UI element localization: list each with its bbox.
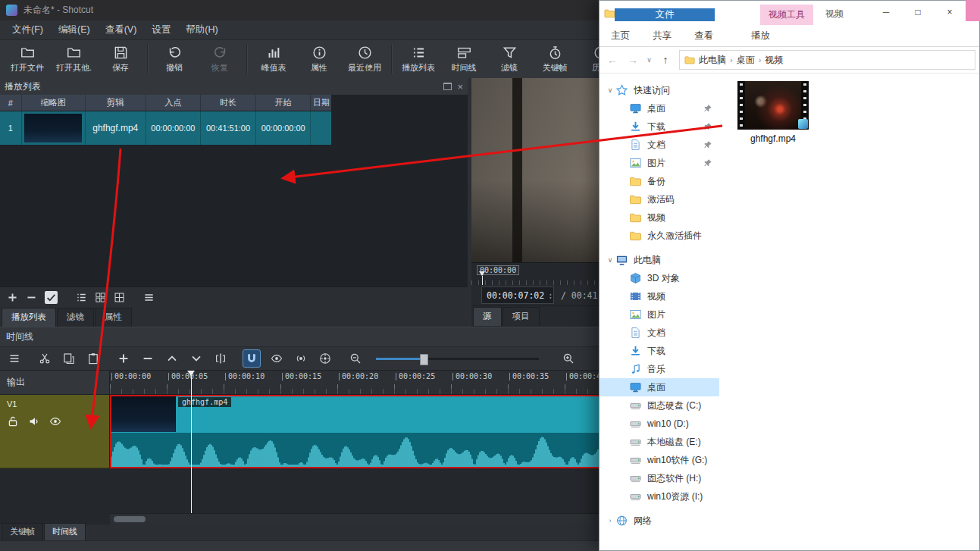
toolbar-button-properties[interactable]: 属性 bbox=[296, 44, 342, 75]
tab-project[interactable]: 项目 bbox=[503, 307, 540, 326]
timeline-copy-button[interactable] bbox=[61, 350, 77, 367]
col-in-point[interactable]: 入点 bbox=[146, 95, 201, 111]
timeline-split-button[interactable] bbox=[212, 350, 229, 367]
timeline-lift-button[interactable] bbox=[164, 350, 180, 367]
col-index[interactable]: # bbox=[0, 95, 22, 111]
playlist-view-icons-button[interactable] bbox=[114, 292, 125, 303]
expander-icon[interactable]: ∨ bbox=[606, 256, 615, 264]
tab-playlist[interactable]: 播放列表 bbox=[2, 308, 56, 327]
sidebar-item-12[interactable]: 图片 bbox=[600, 305, 719, 324]
toolbar-button-save[interactable]: 保存 bbox=[98, 44, 143, 75]
toolbar-button-keyframes[interactable]: 关键帧 bbox=[532, 44, 578, 75]
qat-folder-icon[interactable] bbox=[604, 8, 615, 19]
playlist-view-details-button[interactable] bbox=[76, 292, 87, 303]
sidebar-item-16[interactable]: 桌面 bbox=[600, 378, 719, 396]
timeline-zoom-in-button[interactable] bbox=[560, 350, 577, 367]
scrollbar-handle[interactable] bbox=[114, 516, 146, 522]
toolbar-button-open-file[interactable]: 打开文件 bbox=[5, 44, 50, 75]
sidebar-item-10[interactable]: 3D 对象 bbox=[600, 269, 719, 287]
toolbar-button-recent[interactable]: 最近使用 bbox=[342, 44, 387, 75]
col-thumbnail[interactable]: 缩略图 bbox=[22, 95, 86, 111]
tab-properties[interactable]: 属性 bbox=[95, 308, 132, 327]
time-spinner[interactable]: ▴▾ bbox=[549, 287, 552, 303]
timeline-zoom-out-button[interactable] bbox=[347, 350, 364, 367]
timeline-overwrite-button[interactable] bbox=[188, 350, 205, 367]
timeline-ripple-button[interactable] bbox=[293, 350, 309, 367]
timeline-snap-button[interactable] bbox=[243, 349, 261, 368]
timeline-scrub-while-dragging-button[interactable] bbox=[268, 350, 285, 367]
tab-view[interactable]: 查看 bbox=[683, 25, 725, 46]
expander-icon[interactable]: ∨ bbox=[606, 86, 615, 94]
sidebar-item-14[interactable]: 下载 bbox=[600, 342, 719, 360]
contextual-tab-group[interactable]: 视频工具 bbox=[760, 5, 813, 25]
sidebar-item-0[interactable]: ∨快速访问 bbox=[600, 81, 719, 99]
timeline-zoom-slider[interactable] bbox=[376, 352, 539, 365]
sidebar-item-2[interactable]: 下载 bbox=[600, 117, 719, 136]
file-item[interactable]: ghfhgf.mp4 bbox=[734, 81, 812, 144]
breadcrumb-videos[interactable]: 视频 bbox=[765, 54, 783, 67]
col-start[interactable]: 开始 bbox=[256, 95, 311, 111]
col-date[interactable]: 日期 bbox=[311, 95, 331, 111]
timeline-ripple-delete-button[interactable] bbox=[139, 350, 156, 367]
close-button[interactable]: × bbox=[934, 1, 966, 23]
sidebar-item-1[interactable]: 桌面 bbox=[600, 99, 719, 117]
sidebar-item-23[interactable]: ›网络 bbox=[600, 512, 719, 530]
current-time-field[interactable]: 00:00:07:02 ▴▾ bbox=[481, 286, 554, 304]
sidebar-item-3[interactable]: 文档 bbox=[600, 136, 719, 154]
playlist-menu-button[interactable] bbox=[143, 292, 155, 303]
playlist-add-button[interactable] bbox=[7, 292, 18, 303]
tab-keyframes[interactable]: 关键帧 bbox=[2, 523, 43, 540]
sidebar-item-21[interactable]: 固态软件 (H:) bbox=[600, 469, 719, 487]
sidebar-item-15[interactable]: 音乐 bbox=[600, 360, 719, 378]
sidebar-item-5[interactable]: 备份 bbox=[600, 172, 719, 190]
recent-locations-dropdown[interactable]: ∨ bbox=[644, 56, 654, 64]
track-mute-icon[interactable] bbox=[28, 415, 40, 427]
maximize-button[interactable]: □ bbox=[902, 1, 934, 23]
zoom-slider-handle[interactable] bbox=[420, 354, 428, 365]
timeline-cut-button[interactable] bbox=[36, 350, 53, 367]
back-button[interactable]: ← bbox=[603, 54, 622, 66]
tab-filters[interactable]: 滤镜 bbox=[57, 308, 94, 327]
toolbar-button-redo[interactable]: 恢复 bbox=[197, 44, 243, 75]
breadcrumb-this-pc[interactable]: 此电脑 bbox=[699, 54, 726, 67]
sidebar-item-19[interactable]: 本地磁盘 (E:) bbox=[600, 433, 719, 451]
scrubber-playhead[interactable] bbox=[482, 276, 483, 285]
col-clip[interactable]: 剪辑 bbox=[86, 95, 146, 111]
tab-home[interactable]: 主页 bbox=[600, 25, 641, 46]
toolbar-button-timeline[interactable]: 时间线 bbox=[441, 44, 487, 75]
menu-file[interactable]: 文件(F) bbox=[5, 21, 51, 39]
timeline-paste-button[interactable] bbox=[85, 350, 102, 367]
breadcrumb-desktop[interactable]: 桌面 bbox=[737, 54, 755, 67]
tab-play[interactable]: 播放 bbox=[740, 25, 781, 46]
tab-file[interactable]: 文件 bbox=[615, 8, 715, 21]
tab-timeline[interactable]: 时间线 bbox=[44, 523, 86, 540]
sidebar-item-7[interactable]: 视频 bbox=[600, 208, 719, 227]
track-lock-icon[interactable] bbox=[7, 415, 19, 427]
playlist-view-tiles-button[interactable] bbox=[95, 292, 106, 303]
playlist-row[interactable]: 1 ghfhgf.mp4 00:00:00:00 00:41:51:00 00:… bbox=[0, 111, 331, 145]
sidebar-item-9[interactable]: ∨此电脑 bbox=[600, 251, 719, 269]
sidebar-item-6[interactable]: 激活码 bbox=[600, 190, 719, 208]
forward-button[interactable]: → bbox=[624, 54, 642, 66]
menu-help[interactable]: 帮助(H) bbox=[178, 21, 225, 39]
expander-icon[interactable]: › bbox=[606, 517, 615, 524]
address-bar[interactable]: 此电脑 › 桌面 › 视频 bbox=[679, 50, 975, 70]
menu-settings[interactable]: 设置 bbox=[144, 21, 178, 39]
sidebar-item-8[interactable]: 永久激活插件 bbox=[600, 227, 719, 245]
track-hide-icon[interactable] bbox=[49, 415, 61, 427]
timeline-playhead[interactable] bbox=[191, 371, 192, 513]
sidebar-item-4[interactable]: 图片 bbox=[600, 154, 719, 172]
col-duration[interactable]: 时长 bbox=[201, 95, 256, 111]
close-panel-icon[interactable]: × bbox=[457, 82, 463, 92]
sidebar-item-22[interactable]: win10资源 (I:) bbox=[600, 487, 719, 506]
sidebar-item-18[interactable]: win10 (D:) bbox=[600, 415, 719, 433]
toolbar-button-filters[interactable]: 滤镜 bbox=[487, 44, 532, 75]
minimize-button[interactable]: ─ bbox=[870, 1, 902, 23]
float-panel-icon[interactable] bbox=[443, 83, 452, 90]
timeline-append-button[interactable] bbox=[115, 350, 132, 367]
sidebar-item-20[interactable]: win10软件 (G:) bbox=[600, 451, 719, 469]
up-button[interactable]: ↑ bbox=[656, 54, 675, 66]
sidebar-item-11[interactable]: 视频 bbox=[600, 287, 719, 305]
tab-source[interactable]: 源 bbox=[473, 307, 502, 326]
toolbar-button-peak-meter[interactable]: 峰值表 bbox=[251, 44, 296, 75]
